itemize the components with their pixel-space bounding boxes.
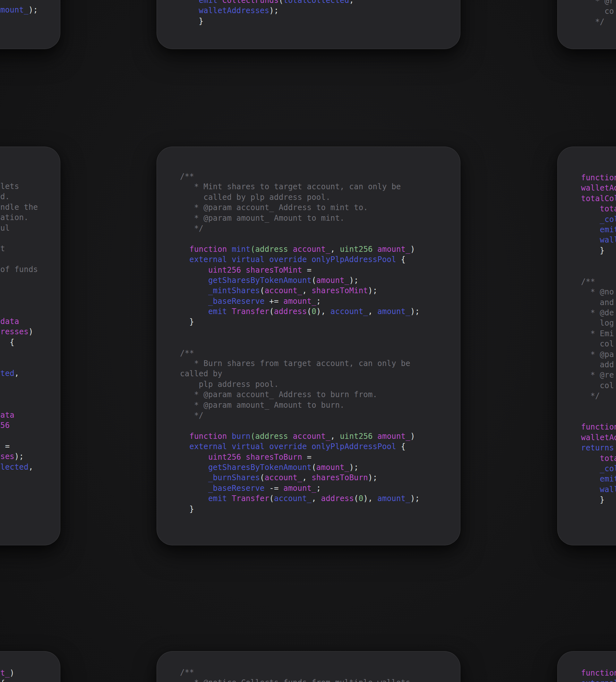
code-token: ted	[0, 369, 15, 378]
code-token: * @notice Collects funds from multiple w…	[180, 678, 410, 682]
code-token: Transfer	[232, 307, 269, 316]
code-line: ses);	[0, 451, 38, 462]
code-token: (	[269, 307, 274, 316]
code-block: functionwalletAdtotalCol tota _col emit …	[581, 173, 616, 505]
code-line	[581, 401, 616, 412]
code-token: walletAd	[581, 183, 616, 192]
code-block: /** * Mint shares to target account, can…	[180, 171, 420, 514]
code-token: (	[279, 0, 283, 5]
code-line: _col	[581, 214, 616, 225]
code-block: emit CollectFunds(totalCollected, wallet…	[180, 0, 354, 26]
code-token: external virtual override onlyPlpAddress…	[180, 255, 396, 264]
code-line	[0, 275, 38, 285]
code-line: * Burn shares from target account, can o…	[180, 358, 420, 369]
code-block: mount_);	[0, 5, 38, 15]
code-token: }	[581, 495, 604, 504]
code-line	[0, 254, 38, 264]
code-token: * @param account_ Address to burn from.	[180, 390, 377, 399]
code-line: * @no	[581, 287, 616, 297]
code-line: ata	[0, 410, 38, 420]
code-token: lected	[0, 462, 28, 472]
code-token: uint256 sharesToBurn	[180, 453, 302, 462]
code-token: _col	[581, 464, 616, 473]
code-token: and	[581, 298, 614, 307]
code-line	[0, 285, 38, 295]
code-token: mount_	[0, 5, 28, 15]
code-line: _baseReserve += amount_;	[180, 296, 420, 306]
code-line: lets	[0, 181, 38, 191]
code-token: ,	[330, 245, 340, 254]
code-line: {	[0, 337, 38, 347]
code-token: );	[410, 307, 420, 316]
code-token: t	[0, 244, 5, 253]
code-token: account_	[265, 286, 302, 295]
code-token	[373, 245, 378, 254]
code-token: );	[28, 5, 38, 15]
code-token: getSharesByTokenAmount	[180, 276, 312, 285]
code-token: (	[307, 307, 312, 316]
code-line: * Emi	[581, 328, 616, 339]
code-line: * @de	[581, 308, 616, 318]
code-line: getSharesByTokenAmount(amount_);	[180, 275, 420, 286]
code-line	[0, 431, 38, 441]
code-token: col	[581, 339, 614, 348]
code-token: function	[581, 423, 616, 431]
code-token: address	[274, 307, 307, 316]
code-line: external virtual override onlyPlpAddress…	[180, 441, 420, 452]
code-line: */	[180, 410, 420, 420]
code-token: */	[180, 411, 203, 420]
code-block: letsd.ndle theation.ul t of funds datare…	[0, 181, 38, 472]
code-line: ndle the	[0, 202, 38, 212]
code-token: _burnShares	[180, 473, 260, 482]
code-line: /**	[581, 276, 616, 287]
code-block: * @r co */	[581, 0, 614, 27]
code-token: * @param amount_ Amount to burn.	[180, 401, 345, 410]
code-line	[0, 400, 38, 410]
code-line: walletAd	[581, 183, 616, 193]
code-token: (	[269, 494, 274, 503]
code-token: _baseReserve	[180, 297, 265, 306]
code-line: * @pa	[581, 349, 616, 360]
code-card-bottom-left: t_){	[0, 651, 60, 682]
code-token: {	[396, 442, 406, 451]
code-line: function	[581, 668, 616, 678]
code-token: uint256	[340, 245, 373, 254]
code-token: function	[581, 173, 616, 182]
code-token: t_	[0, 668, 9, 678]
code-token: of funds	[0, 265, 38, 274]
code-line: col	[581, 381, 616, 391]
code-token: function	[180, 245, 232, 254]
code-line	[0, 389, 38, 400]
code-token: uint256	[340, 432, 373, 441]
code-token: );	[349, 276, 358, 285]
code-token: (address	[251, 432, 288, 441]
code-line: function burn(address account_, uint256 …	[180, 431, 420, 441]
code-token: col	[581, 381, 614, 390]
code-token: totalCollected	[283, 0, 349, 5]
code-token: add	[581, 360, 614, 369]
code-line	[180, 420, 420, 431]
code-token: (	[260, 473, 265, 482]
code-token: uint256 sharesToMint	[180, 266, 302, 275]
code-line: external	[581, 678, 616, 682]
code-token: (	[312, 463, 316, 472]
code-token: ,	[302, 286, 312, 295]
code-token: )	[410, 245, 415, 254]
code-line: }	[581, 495, 616, 505]
code-line: emit CollectFunds(totalCollected,	[180, 0, 354, 5]
code-line: tota	[581, 453, 616, 463]
code-card-middle-right: functionwalletAdtotalCol tota _col emit …	[557, 146, 616, 545]
code-token: burn	[232, 432, 251, 441]
code-line	[180, 233, 420, 244]
code-token: account_	[293, 245, 330, 254]
code-token: ),	[316, 307, 330, 316]
code-line: uint256 sharesToBurn =	[180, 452, 420, 462]
code-line: ation.	[0, 212, 38, 223]
code-token: totalCol	[581, 194, 616, 203]
code-token	[288, 432, 293, 441]
code-token	[288, 245, 293, 254]
code-token	[373, 432, 378, 441]
code-token: * @de	[581, 308, 614, 317]
code-line: t_)	[0, 668, 15, 678]
code-token: =	[302, 453, 312, 462]
